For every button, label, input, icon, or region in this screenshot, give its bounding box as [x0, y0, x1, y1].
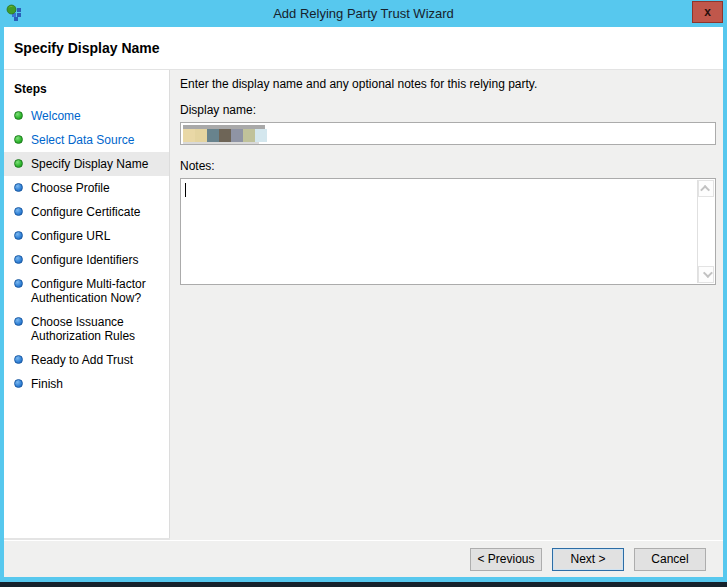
notes-label: Notes: — [180, 159, 716, 173]
text-caret — [185, 183, 186, 197]
step-status-dot — [14, 135, 23, 144]
step-status-dot — [14, 255, 23, 264]
adfs-app-icon — [6, 4, 24, 22]
main-pane: Enter the display name and any optional … — [170, 70, 723, 540]
bottom-dark-strip — [0, 582, 727, 587]
chevron-down-icon — [702, 268, 712, 278]
step-label: Configure Identifiers — [31, 253, 138, 267]
sidebar-step-ready-to-add-trust[interactable]: Ready to Add Trust — [4, 348, 169, 372]
step-status-dot — [14, 207, 23, 216]
redaction-blocks — [183, 129, 279, 142]
step-label: Configure URL — [31, 229, 110, 243]
close-button[interactable]: x — [692, 1, 723, 23]
step-label: Choose Issuance Authorization Rules — [31, 315, 165, 343]
sidebar-step-select-data-source[interactable]: Select Data Source — [4, 128, 169, 152]
instruction-text: Enter the display name and any optional … — [180, 77, 716, 91]
sidebar-step-configure-url[interactable]: Configure URL — [4, 224, 169, 248]
display-name-input[interactable] — [180, 122, 716, 145]
scroll-up-button[interactable] — [698, 180, 714, 197]
redaction-block — [255, 129, 267, 142]
page-header: Specify Display Name — [4, 27, 723, 70]
steps-heading: Steps — [4, 76, 169, 104]
step-label: Select Data Source — [31, 133, 134, 147]
step-label: Finish — [31, 377, 63, 391]
steps-sidebar: Steps WelcomeSelect Data SourceSpecify D… — [4, 70, 170, 540]
sidebar-step-specify-display-name[interactable]: Specify Display Name — [4, 152, 169, 176]
steps-list: WelcomeSelect Data SourceSpecify Display… — [4, 104, 169, 396]
page-title: Specify Display Name — [14, 40, 160, 56]
step-label: Specify Display Name — [31, 157, 148, 171]
window-body: Specify Display Name Steps WelcomeSelect… — [4, 27, 723, 577]
step-status-dot — [14, 379, 23, 388]
sidebar-step-choose-issuance-authorization-rules[interactable]: Choose Issuance Authorization Rules — [4, 310, 169, 348]
step-label: Ready to Add Trust — [31, 353, 133, 367]
redaction-block — [231, 129, 243, 142]
redaction-block — [243, 129, 255, 142]
step-status-dot — [14, 279, 23, 288]
step-label: Choose Profile — [31, 181, 110, 195]
sidebar-step-choose-profile[interactable]: Choose Profile — [4, 176, 169, 200]
title-bar: Add Relying Party Trust Wizard x — [0, 0, 727, 27]
redacted-display-name-value — [183, 125, 279, 143]
display-name-label: Display name: — [180, 103, 716, 117]
step-status-dot — [14, 231, 23, 240]
step-status-dot — [14, 111, 23, 120]
step-status-dot — [14, 317, 23, 326]
step-status-dot — [14, 183, 23, 192]
scroll-down-button[interactable] — [698, 266, 714, 283]
step-label: Configure Multi-factor Authentication No… — [31, 277, 165, 305]
chevron-up-icon — [700, 185, 710, 195]
redaction-bottom-bar — [183, 142, 259, 144]
next-button[interactable]: Next > — [552, 548, 624, 571]
step-label: Configure Certificate — [31, 205, 140, 219]
redaction-block — [219, 129, 231, 142]
step-status-dot — [14, 159, 23, 168]
wizard-window: Add Relying Party Trust Wizard x Specify… — [0, 0, 727, 587]
step-label: Welcome — [31, 109, 81, 123]
sidebar-step-finish[interactable]: Finish — [4, 372, 169, 396]
sidebar-step-configure-multi-factor-authentication-now[interactable]: Configure Multi-factor Authentication No… — [4, 272, 169, 310]
previous-button[interactable]: < Previous — [470, 548, 542, 571]
wizard-button-bar: < Previous Next > Cancel — [4, 540, 723, 577]
redaction-block — [267, 129, 279, 142]
redaction-block — [195, 129, 207, 142]
sidebar-step-welcome[interactable]: Welcome — [4, 104, 169, 128]
redaction-block — [207, 129, 219, 142]
notes-scrollbar[interactable] — [697, 180, 714, 283]
cancel-button[interactable]: Cancel — [634, 548, 706, 571]
redaction-block — [183, 129, 195, 142]
sidebar-step-configure-identifiers[interactable]: Configure Identifiers — [4, 248, 169, 272]
step-status-dot — [14, 355, 23, 364]
sidebar-step-configure-certificate[interactable]: Configure Certificate — [4, 200, 169, 224]
window-title: Add Relying Party Trust Wizard — [0, 6, 727, 21]
notes-textarea[interactable] — [180, 178, 716, 285]
